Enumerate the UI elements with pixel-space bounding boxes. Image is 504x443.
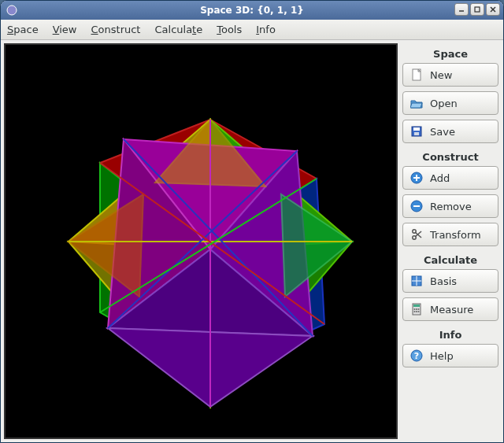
folder-open-icon [410, 96, 424, 110]
button-label: Help [430, 350, 454, 362]
button-label: Measure [430, 304, 473, 316]
menubar: Space View Construct Calculate Tools Inf… [1, 20, 503, 40]
help-circle-icon: ? [410, 349, 424, 363]
3d-viewport[interactable] [4, 43, 398, 439]
button-label: Open [430, 98, 458, 109]
button-label: Save [430, 126, 455, 138]
add-button[interactable]: Add [402, 166, 498, 190]
content-area: Space New Open Save Construct [1, 40, 503, 442]
save-button[interactable]: Save [402, 120, 498, 143]
minimize-button[interactable] [454, 3, 469, 16]
svg-point-47 [418, 308, 420, 310]
document-new-icon [410, 68, 424, 82]
menu-info[interactable]: Info [256, 24, 276, 35]
grid-icon [410, 274, 424, 288]
menu-view[interactable]: View [53, 24, 77, 35]
section-title-construct: Construct [402, 148, 498, 164]
svg-point-0 [7, 6, 17, 15]
menu-construct[interactable]: Construct [91, 24, 141, 35]
transform-button[interactable]: Transform [402, 223, 498, 246]
svg-text:?: ? [414, 351, 419, 361]
floppy-save-icon [410, 124, 424, 138]
menu-calculate[interactable]: Calculate [154, 24, 202, 35]
svg-rect-30 [414, 132, 419, 135]
titlebar[interactable]: Space 3D: {0, 1, 1} [1, 1, 503, 20]
svg-rect-44 [413, 305, 420, 307]
svg-rect-2 [475, 7, 480, 12]
sidebar: Space New Open Save Construct [401, 43, 500, 439]
help-button[interactable]: ? Help [402, 344, 498, 367]
svg-point-45 [414, 308, 416, 310]
scissors-icon [410, 227, 424, 242]
section-title-space: Space [402, 45, 498, 61]
remove-button[interactable]: Remove [402, 194, 498, 218]
calculator-icon [410, 302, 424, 316]
section-title-calculate: Calculate [402, 251, 498, 268]
maximize-button[interactable] [470, 3, 484, 16]
close-button[interactable] [486, 3, 500, 16]
button-label: Add [430, 172, 450, 184]
svg-point-50 [418, 311, 420, 312]
section-title-info: Info [402, 326, 498, 342]
window-title: Space 3D: {0, 1, 1} [200, 5, 304, 16]
app-icon [6, 4, 18, 19]
measure-button[interactable]: Measure [402, 297, 498, 321]
button-label: New [430, 69, 452, 81]
open-button[interactable]: Open [402, 91, 498, 115]
basis-button[interactable]: Basis [402, 269, 498, 293]
button-label: Remove [430, 201, 472, 212]
menu-tools[interactable]: Tools [217, 24, 242, 35]
window-controls [454, 3, 500, 16]
svg-point-46 [416, 308, 417, 310]
button-label: Basis [430, 275, 457, 287]
minus-circle-icon [410, 199, 424, 213]
menu-space[interactable]: Space [7, 24, 39, 35]
plus-circle-icon [410, 171, 424, 185]
svg-point-49 [416, 311, 417, 312]
svg-rect-29 [413, 127, 420, 131]
app-window: Space 3D: {0, 1, 1} Space View Construct… [0, 0, 504, 443]
button-label: Transform [430, 229, 481, 241]
svg-point-48 [414, 311, 416, 312]
new-button[interactable]: New [402, 63, 498, 87]
